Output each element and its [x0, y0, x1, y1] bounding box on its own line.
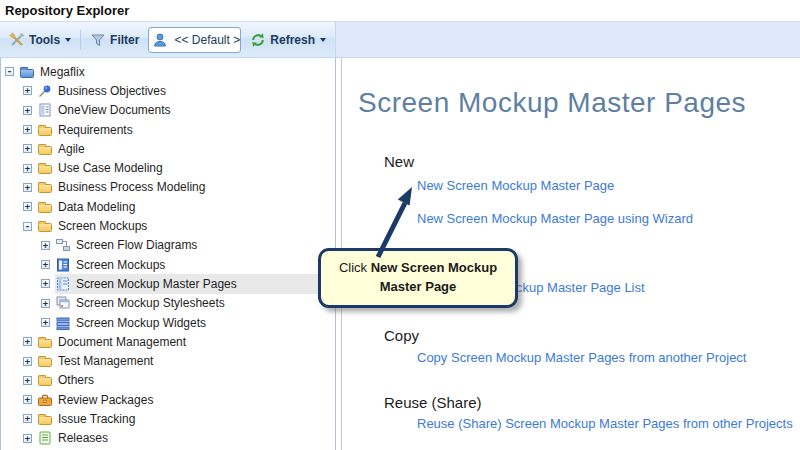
expand-icon[interactable]: +	[23, 202, 32, 211]
expand-icon[interactable]: +	[41, 279, 50, 288]
section-header-reuse-share: Reuse (Share)	[384, 394, 482, 411]
tree-item-label: Test Management	[58, 354, 153, 368]
tree-item-issue-tracking[interactable]: + Issue Tracking	[1, 409, 335, 428]
document-icon	[37, 102, 53, 118]
tree-item-label: Screen Mockup Widgets	[76, 316, 206, 330]
folder-icon	[37, 334, 53, 350]
collapse-icon[interactable]: -	[5, 67, 14, 76]
tree-item-releases[interactable]: + Releases	[1, 429, 335, 448]
tree-item-screen-mockup-master-pages[interactable]: + Screen Mockup Master Pages	[1, 274, 335, 293]
tree-item-label: OneView Documents	[58, 103, 171, 117]
mockup-icon	[55, 257, 71, 273]
section-header-copy: Copy	[384, 327, 419, 344]
widgets-icon	[55, 315, 71, 331]
tree-item-label: Screen Mockup Stylesheets	[76, 296, 225, 310]
tree-item-requirements[interactable]: + Requirements	[1, 120, 335, 139]
tree-item-label: Business Objectives	[58, 84, 166, 98]
window-title: Repository Explorer	[5, 3, 129, 18]
tree-item-label: Screen Mockups	[58, 219, 147, 233]
tree-item-screen-flow-diagrams[interactable]: + Screen Flow Diagrams	[1, 236, 335, 255]
expand-icon[interactable]: +	[23, 125, 32, 134]
expand-icon[interactable]: +	[23, 337, 32, 346]
expand-icon[interactable]: +	[23, 434, 32, 443]
filter-funnel-icon	[90, 32, 106, 48]
tools-icon	[9, 32, 25, 48]
tree-item-label: Document Management	[58, 335, 186, 349]
expand-icon[interactable]: +	[41, 299, 50, 308]
tree-item-document-management[interactable]: + Document Management	[1, 332, 335, 351]
pushpin-icon	[37, 83, 53, 99]
tree-item-megaflix[interactable]: - Megaflix	[1, 62, 335, 81]
expand-icon[interactable]: +	[23, 414, 32, 423]
expand-icon[interactable]: +	[23, 376, 32, 385]
callout-text: Click	[339, 260, 371, 275]
expand-icon[interactable]: +	[23, 357, 32, 366]
toolbar-separator	[80, 30, 81, 50]
repository-tree: - Megaflix + Business Objectives + OneVi…	[0, 58, 336, 450]
tree-item-label: Agile	[58, 142, 85, 156]
profile-combobox[interactable]: << Default >>	[148, 27, 241, 53]
folder-blue-icon	[19, 64, 35, 80]
expand-icon[interactable]: +	[23, 144, 32, 153]
toolbox-icon	[37, 392, 53, 408]
toolbar-spacer	[336, 22, 800, 57]
expand-icon[interactable]: +	[23, 106, 32, 115]
expand-icon[interactable]: +	[41, 260, 50, 269]
section-header-new: New	[384, 153, 414, 170]
link-new-screen-mockup-master-page[interactable]: New Screen Mockup Master Page	[417, 178, 614, 193]
callout-bold-text: New Screen Mockup Master Page	[371, 260, 497, 294]
tree-item-use-case-modeling[interactable]: + Use Case Modeling	[1, 158, 335, 177]
refresh-button[interactable]: Refresh	[245, 29, 331, 51]
flow-diagram-icon	[55, 237, 71, 253]
folder-icon	[37, 160, 53, 176]
tree-item-screen-mockups-folder[interactable]: - Screen Mockups	[1, 216, 335, 235]
tree-item-screen-mockup-widgets[interactable]: + Screen Mockup Widgets	[1, 313, 335, 332]
tree-item-label: Releases	[58, 431, 108, 445]
tree-item-label: Issue Tracking	[58, 412, 135, 426]
expand-icon[interactable]: +	[23, 86, 32, 95]
tree-item-business-objectives[interactable]: + Business Objectives	[1, 81, 335, 100]
expand-icon[interactable]: +	[41, 241, 50, 250]
tree-item-review-packages[interactable]: + Review Packages	[1, 390, 335, 409]
expand-icon[interactable]: +	[23, 183, 32, 192]
filter-button[interactable]: Filter	[85, 29, 144, 51]
link-new-screen-mockup-master-page-using-wizard[interactable]: New Screen Mockup Master Page using Wiza…	[417, 211, 693, 226]
repository-explorer-window: Repository Explorer Tools Filter	[0, 0, 800, 450]
chevron-down-icon	[320, 38, 326, 42]
filter-button-label: Filter	[110, 33, 139, 47]
tree-item-label: Data Modeling	[58, 200, 135, 214]
expand-icon[interactable]: +	[23, 164, 32, 173]
tree-item-agile[interactable]: + Agile	[1, 139, 335, 158]
user-icon	[152, 32, 168, 48]
tree-item-oneview-documents[interactable]: + OneView Documents	[1, 101, 335, 120]
folder-open-icon	[37, 218, 53, 234]
tree-item-data-modeling[interactable]: + Data Modeling	[1, 197, 335, 216]
tree-item-test-management[interactable]: + Test Management	[1, 351, 335, 370]
tree-item-label: Screen Mockup Master Pages	[76, 277, 237, 291]
collapse-icon[interactable]: -	[23, 222, 32, 231]
stylesheet-icon	[55, 295, 71, 311]
tree-item-others[interactable]: + Others	[1, 371, 335, 390]
refresh-button-label: Refresh	[270, 33, 315, 47]
link-copy-screen-mockup-master-pages[interactable]: Copy Screen Mockup Master Pages from ano…	[417, 350, 746, 365]
link-reuse-share-screen-mockup-master-pages[interactable]: Reuse (Share) Screen Mockup Master Pages…	[417, 416, 793, 431]
tools-button[interactable]: Tools	[4, 29, 76, 51]
tree-item-label: Business Process Modeling	[58, 180, 205, 194]
tree-item-label: Use Case Modeling	[58, 161, 163, 175]
tree-item-label: Review Packages	[58, 393, 153, 407]
callout-annotation: Click New Screen Mockup Master Page	[318, 248, 518, 308]
folder-icon	[37, 411, 53, 427]
expand-icon[interactable]: +	[41, 318, 50, 327]
tree-item-screen-mockups[interactable]: + Screen Mockups	[1, 255, 335, 274]
tree-item-label: Others	[58, 373, 94, 387]
tree-item-label: Screen Flow Diagrams	[76, 238, 197, 252]
expand-icon[interactable]: +	[23, 395, 32, 404]
folder-icon	[37, 353, 53, 369]
tree-item-business-process-modeling[interactable]: + Business Process Modeling	[1, 178, 335, 197]
toolbar: Tools Filter << Default >>	[0, 22, 800, 58]
window-titlebar: Repository Explorer	[0, 0, 800, 22]
releases-icon	[37, 430, 53, 446]
master-page-icon	[55, 276, 71, 292]
tree-item-screen-mockup-stylesheets[interactable]: + Screen Mockup Stylesheets	[1, 294, 335, 313]
profile-combobox-value: << Default >>	[168, 33, 241, 47]
